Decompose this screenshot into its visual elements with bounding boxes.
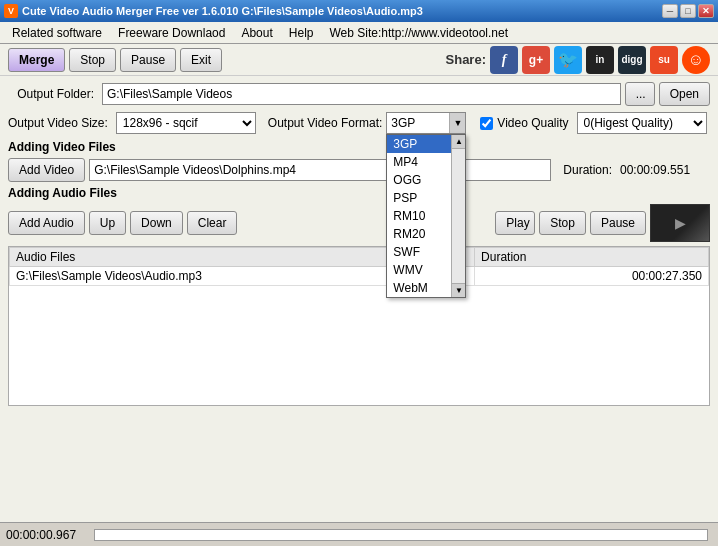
output-video-size-label: Output Video Size:: [8, 116, 112, 130]
google-plus-icon[interactable]: g+: [522, 46, 550, 74]
menu-help[interactable]: Help: [281, 24, 322, 42]
stumbleupon-icon[interactable]: su: [650, 46, 678, 74]
app-icon: V: [4, 4, 18, 18]
video-quality-checkbox[interactable]: [480, 117, 493, 130]
audio-table: Audio Files Duration G:\Files\Sample Vid…: [8, 246, 710, 406]
browse-button[interactable]: ...: [625, 82, 655, 106]
output-format-row: Output Video Size: 128x96 - sqcif 176x14…: [8, 112, 710, 134]
video-quality-select[interactable]: 0(Higest Quality): [577, 112, 707, 134]
add-audio-button[interactable]: Add Audio: [8, 211, 85, 235]
merge-button[interactable]: Merge: [8, 48, 65, 72]
duration-label: Duration:: [563, 163, 612, 177]
dropdown-scrollbar[interactable]: ▲ ▼: [451, 135, 465, 297]
duration-column-header: Duration: [475, 248, 709, 267]
window-title: Cute Video Audio Merger Free ver 1.6.010…: [22, 5, 423, 17]
video-size-select[interactable]: 128x96 - sqcif 176x144 - qcif 320x240 - …: [116, 112, 256, 134]
adding-video-label: Adding Video Files: [8, 140, 710, 154]
video-preview: [650, 204, 710, 242]
open-button[interactable]: Open: [659, 82, 710, 106]
adding-video-section: Adding Video Files Add Video Duration: 0…: [8, 140, 710, 182]
dropdown-arrow[interactable]: ▼: [449, 113, 465, 133]
close-button[interactable]: ✕: [698, 4, 714, 18]
minimize-button[interactable]: ─: [662, 4, 678, 18]
video-format-dropdown[interactable]: 3GP ▼ 3GP MP4 OGG PSP RM10 RM20 SWF WMV …: [386, 112, 466, 134]
twitter-icon[interactable]: 🐦: [554, 46, 582, 74]
content-wrapper: Output Folder: ... Open Output Video Siz…: [0, 76, 718, 522]
toolbar-pause-button[interactable]: Pause: [120, 48, 176, 72]
output-folder-row: Output Folder: ... Open: [8, 82, 710, 106]
menu-about[interactable]: About: [233, 24, 280, 42]
format-selected: 3GP: [387, 116, 449, 130]
video-quality-label: Video Quality: [497, 116, 568, 130]
audio-controls-row: Add Audio Up Down Clear Play Stop Pause: [8, 204, 710, 242]
down-button[interactable]: Down: [130, 211, 183, 235]
audio-stop-button[interactable]: Stop: [539, 211, 586, 235]
status-time: 00:00:00.967: [6, 528, 86, 542]
video-format-label: Output Video Format:: [268, 116, 383, 130]
adding-audio-section: Adding Audio Files Add Audio Up Down Cle…: [8, 186, 710, 406]
reddit-icon[interactable]: ☺: [682, 46, 710, 74]
linkedin-icon[interactable]: in: [586, 46, 614, 74]
output-folder-input[interactable]: [102, 83, 621, 105]
title-bar: V Cute Video Audio Merger Free ver 1.6.0…: [0, 0, 718, 22]
video-path-input[interactable]: [89, 159, 551, 181]
progress-bar: [94, 529, 708, 541]
adding-audio-label: Adding Audio Files: [8, 186, 710, 200]
menu-freeware-download[interactable]: Freeware Downlaod: [110, 24, 233, 42]
maximize-button[interactable]: □: [680, 4, 696, 18]
digg-icon[interactable]: digg: [618, 46, 646, 74]
menu-website[interactable]: Web Site:http://www.videotool.net: [321, 24, 516, 42]
add-video-button[interactable]: Add Video: [8, 158, 85, 182]
up-button[interactable]: Up: [89, 211, 126, 235]
scroll-up[interactable]: ▲: [452, 135, 465, 149]
scroll-down[interactable]: ▼: [452, 283, 465, 297]
audio-file-row[interactable]: G:\Files\Sample Videos\Audio.mp3 00:00:2…: [10, 267, 709, 286]
play-button[interactable]: Play: [495, 211, 535, 235]
duration-value: 00:00:09.551: [620, 163, 710, 177]
audio-file-duration: 00:00:27.350: [475, 267, 709, 286]
audio-pause-button[interactable]: Pause: [590, 211, 646, 235]
format-dropdown-list: 3GP MP4 OGG PSP RM10 RM20 SWF WMV WebM ▲…: [386, 134, 466, 298]
output-folder-label: Output Folder:: [8, 87, 98, 101]
clear-button[interactable]: Clear: [187, 211, 238, 235]
share-label: Share:: [446, 52, 486, 67]
menu-related-software[interactable]: Related software: [4, 24, 110, 42]
toolbar-stop-button[interactable]: Stop: [69, 48, 116, 72]
facebook-icon[interactable]: f: [490, 46, 518, 74]
share-area: Share: f g+ 🐦 in digg su ☺: [446, 46, 710, 74]
video-row: Add Video Duration: 00:00:09.551: [8, 158, 710, 182]
exit-button[interactable]: Exit: [180, 48, 222, 72]
toolbar: Merge Stop Pause Exit Share: f g+ 🐦 in d…: [0, 44, 718, 76]
status-bar: 00:00:00.967: [0, 522, 718, 546]
menu-bar: Related software Freeware Downlaod About…: [0, 22, 718, 44]
